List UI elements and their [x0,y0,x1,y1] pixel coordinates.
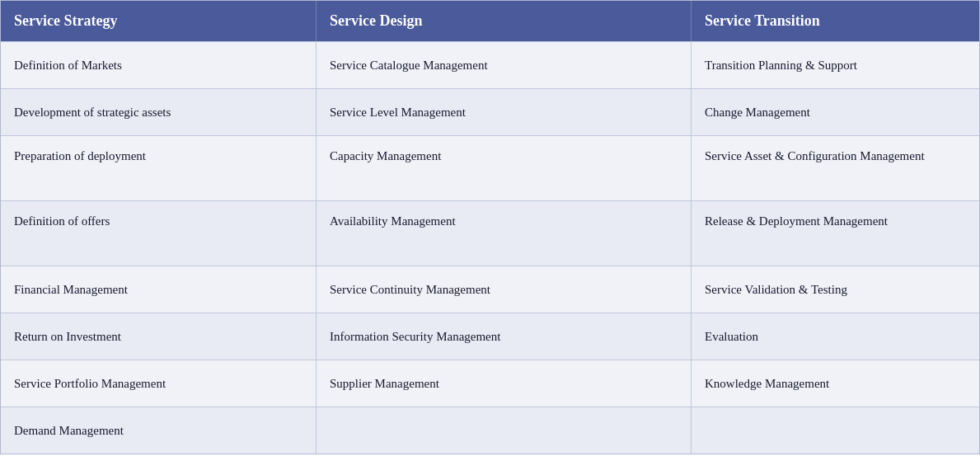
cell-row6-col1: Supplier Management [317,360,692,407]
cell-row6-col0: Service Portfolio Management [1,360,317,407]
table-row: Service Portfolio ManagementSupplier Man… [1,360,979,407]
cell-row0-col2: Transition Planning & Support [692,42,980,88]
cell-row5-col0: Return on Investment [1,313,317,360]
table-row: Definition of offersAvailability Managem… [1,200,979,266]
cell-row7-col2 [692,407,980,454]
cell-row7-col1 [317,407,692,454]
table-header: Service Strategy Service Design Service … [1,1,979,41]
cell-row6-col2: Knowledge Management [692,360,980,407]
table-row: Preparation of deploymentCapacity Manage… [1,135,979,200]
header-service-strategy: Service Strategy [1,1,317,41]
table-row: Definition of MarketsService Catalogue M… [1,41,979,88]
cell-row0-col1: Service Catalogue Management [317,42,692,88]
cell-row5-col2: Evaluation [692,313,980,360]
cell-row7-col0: Demand Management [1,407,317,454]
table-row: Demand Management [1,407,979,454]
cell-row1-col2: Change Management [692,89,980,135]
cell-row3-col1: Availability Management [317,201,692,266]
cell-row3-col0: Definition of offers [1,201,317,266]
cell-row4-col1: Service Continuity Management [317,266,692,313]
cell-row2-col1: Capacity Management [317,136,692,200]
table-row: Financial ManagementService Continuity M… [1,266,979,313]
header-service-design: Service Design [317,1,692,41]
cell-row1-col1: Service Level Management [317,89,692,135]
cell-row4-col0: Financial Management [1,266,317,313]
cell-row2-col0: Preparation of deployment [1,136,317,200]
cell-row1-col0: Development of strategic assets [1,89,317,135]
cell-row3-col2: Release & Deployment Management [692,201,980,266]
table-row: Development of strategic assetsService L… [1,88,979,135]
cell-row4-col2: Service Validation & Testing [692,266,980,313]
header-service-transition: Service Transition [692,1,980,41]
cell-row5-col1: Information Security Management [317,313,692,360]
cell-row2-col2: Service Asset & Configuration Management [692,136,980,200]
main-table: Service Strategy Service Design Service … [0,0,980,454]
cell-row0-col0: Definition of Markets [1,42,317,88]
table-row: Return on InvestmentInformation Security… [1,313,979,360]
